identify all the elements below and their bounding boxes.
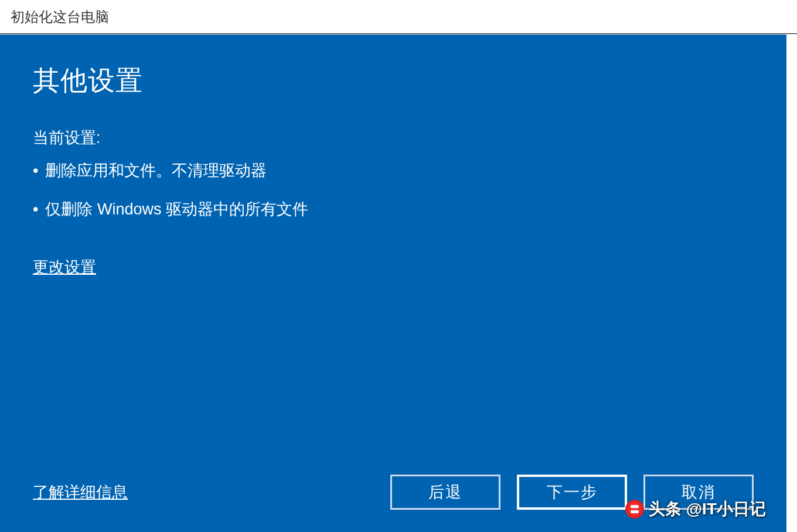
learn-more-link[interactable]: 了解详细信息: [33, 482, 128, 503]
page-title: 其他设置: [33, 63, 754, 99]
list-item-text: 删除应用和文件。不清理驱动器: [45, 159, 267, 183]
footer: 了解详细信息 后退 下一步 取消: [33, 475, 754, 514]
current-settings-label: 当前设置:: [33, 127, 754, 148]
list-item: • 仅删除 Windows 驱动器中的所有文件: [33, 197, 754, 221]
content-area: 其他设置 当前设置: • 删除应用和文件。不清理驱动器 • 仅删除 Window…: [0, 35, 786, 532]
titlebar: 初始化这台电脑: [0, 0, 797, 34]
change-settings-link[interactable]: 更改设置: [33, 257, 754, 278]
settings-list: • 删除应用和文件。不清理驱动器 • 仅删除 Windows 驱动器中的所有文件: [33, 159, 754, 236]
button-row: 后退 下一步 取消: [390, 475, 754, 510]
cancel-button[interactable]: 取消: [643, 475, 754, 510]
list-item-text: 仅删除 Windows 驱动器中的所有文件: [45, 197, 308, 221]
window-title: 初始化这台电脑: [11, 8, 109, 26]
list-item: • 删除应用和文件。不清理驱动器: [33, 159, 754, 183]
bullet-icon: •: [33, 197, 38, 221]
next-button[interactable]: 下一步: [517, 475, 627, 510]
back-button[interactable]: 后退: [390, 475, 500, 510]
bullet-icon: •: [33, 159, 38, 183]
